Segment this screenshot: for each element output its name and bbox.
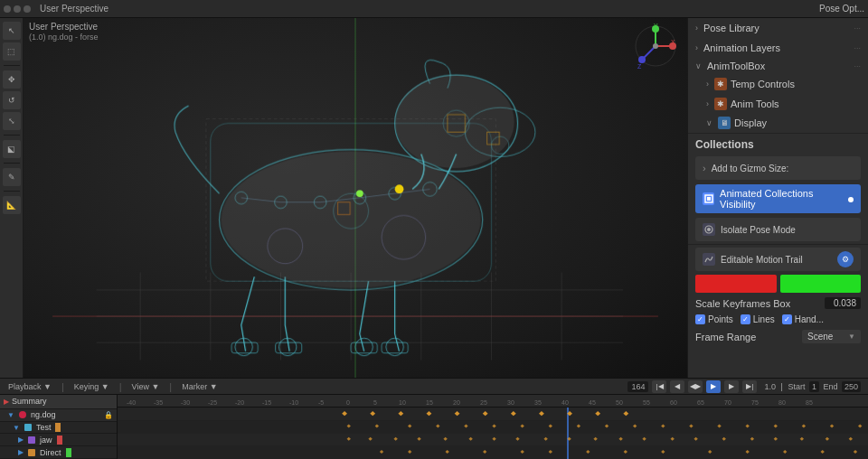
- jaw-color-bar: [57, 436, 62, 445]
- anim-toolbox-header[interactable]: ∨ AnimToolBox ···: [688, 58, 868, 74]
- direct-color-bar: [66, 448, 71, 457]
- anim-tools-icon: ✱: [714, 98, 727, 110]
- marker-menu[interactable]: Marker ▼: [179, 381, 220, 392]
- ruler-mark-35: 35: [524, 399, 552, 406]
- jump-end-btn[interactable]: ▶|: [742, 380, 757, 393]
- dot-2: [14, 5, 21, 13]
- content-area: ↖ ⬚ ✥ ↺ ⤡ ⬕ ✎ 📐 User Perspective (1.0) n…: [0, 18, 868, 378]
- svg-point-10: [653, 43, 658, 49]
- add-gizmo-row[interactable]: › Add to Gizmo Size:: [695, 156, 861, 180]
- toolbar-cursor-btn[interactable]: ↖: [3, 22, 21, 40]
- test-track[interactable]: ▼ Test: [0, 422, 117, 435]
- step-forward-btn[interactable]: ▶: [724, 380, 739, 393]
- scale-keyframes-value[interactable]: 0.038: [825, 297, 861, 309]
- ngdog-track[interactable]: ▼ ng.dog 🔒: [0, 409, 117, 422]
- ngdog-dot: [19, 411, 26, 418]
- view-menu[interactable]: View ▼: [129, 381, 163, 392]
- keying-menu[interactable]: Keying ▼: [71, 381, 112, 392]
- trail-settings-icon[interactable]: ⚙: [837, 251, 854, 267]
- lines-label: Lines: [753, 314, 775, 324]
- anim-tools-item[interactable]: › ✱ Anim Tools: [688, 94, 868, 114]
- main-container: User Perspective Pose Opt... ↖ ⬚ ✥ ↺ ⤡ ⬕…: [0, 0, 868, 459]
- nav-gizmo[interactable]: X Y Z: [633, 23, 678, 69]
- temp-controls-item[interactable]: › ✱ Temp Controls: [688, 74, 868, 94]
- lines-cb-box: ✓: [741, 314, 750, 324]
- ruler-mark-neg30: -30: [172, 399, 199, 406]
- playback-controls: 164 |◀ ◀ ◀▶ ▶ ▶ ▶| 1.0 | Start 1 End 250: [627, 380, 863, 393]
- motion-trail-icon: [703, 253, 715, 266]
- svg-point-57: [356, 190, 363, 197]
- play-btn[interactable]: ▶: [706, 380, 721, 393]
- toolbar-move-btn[interactable]: ✥: [3, 70, 21, 89]
- svg-rect-63: [118, 407, 868, 420]
- jump-start-btn[interactable]: |◀: [652, 380, 666, 393]
- motion-trail-row[interactable]: Editable Motion Trail ⚙: [695, 248, 861, 271]
- points-cb-box: ✓: [695, 314, 705, 324]
- jaw-label: jaw: [40, 436, 52, 445]
- animated-collections-btn[interactable]: Animated Collections Visibility: [695, 184, 861, 213]
- scale-keyframes-label: Scale Keyframes Box: [695, 298, 790, 309]
- step-back-btn[interactable]: ◀: [670, 380, 684, 393]
- pose-library-label: Pose Library: [703, 23, 760, 33]
- toolbar-select-btn[interactable]: ⬚: [3, 42, 21, 61]
- svg-point-62: [707, 228, 711, 231]
- animation-layers-dots: ···: [854, 43, 861, 52]
- points-label: Points: [708, 314, 733, 324]
- scene-svg: [24, 18, 687, 378]
- frame-range-dropdown[interactable]: Scene ▼: [802, 330, 861, 343]
- svg-rect-64: [118, 420, 868, 433]
- toolbar-rotate-btn[interactable]: ↺: [3, 91, 21, 109]
- svg-point-55: [395, 75, 514, 168]
- direct-label: Direct: [40, 448, 61, 457]
- jaw-track[interactable]: ▶ jaw: [0, 434, 117, 446]
- ruler-mark-neg10: -10: [280, 399, 307, 406]
- play-back-btn[interactable]: ◀▶: [688, 380, 703, 393]
- ruler-mark-50: 50: [606, 399, 633, 406]
- points-checkbox[interactable]: ✓ Points: [695, 314, 733, 324]
- isolate-icon: [703, 223, 715, 236]
- end-label: End: [823, 382, 837, 391]
- toolbar-measure-btn[interactable]: 📐: [3, 196, 21, 214]
- end-frame[interactable]: 250: [842, 381, 861, 392]
- panel-divider-1: [688, 133, 868, 134]
- timeline-tracks-area[interactable]: -40 -35 -30 -25 -20 -15 -10 -5 0 5 10 15…: [118, 395, 868, 459]
- frame-range-value: Scene: [807, 332, 833, 342]
- animation-layers-item[interactable]: › Animation Layers ···: [688, 38, 868, 58]
- ruler-mark-neg20: -20: [226, 399, 253, 406]
- color-swatch-red[interactable]: [695, 275, 777, 293]
- direct-track[interactable]: ▶ Direct: [0, 446, 117, 459]
- pose-library-item[interactable]: › Pose Library ···: [688, 18, 868, 38]
- toolbar-annotate-btn[interactable]: ✎: [3, 168, 21, 186]
- start-frame[interactable]: 1: [809, 381, 819, 392]
- lines-checkbox[interactable]: ✓ Lines: [741, 314, 775, 324]
- dropdown-arrow-icon: ▼: [848, 333, 855, 341]
- viewport-label: User Perspective: [29, 22, 98, 32]
- isolate-pose-btn[interactable]: Isolate Pose Mode: [695, 218, 861, 241]
- add-gizmo-label: Add to Gizmo Size:: [712, 164, 789, 173]
- window-title: User Perspective: [40, 4, 108, 14]
- anim-tools-arrow: ›: [706, 99, 709, 108]
- toolbar-transform-btn[interactable]: ⬕: [3, 140, 21, 158]
- ngdog-label: ng.dog: [31, 410, 56, 419]
- display-header[interactable]: ∨ 🖥 Display: [688, 114, 868, 132]
- svg-rect-60: [707, 197, 711, 201]
- svg-point-8: [638, 56, 646, 63]
- test-label: Test: [36, 423, 52, 432]
- keyframes-svg: [118, 407, 868, 459]
- temp-controls-arrow: ›: [706, 80, 709, 89]
- pose-library-arrow: ›: [695, 23, 698, 33]
- current-frame[interactable]: 164: [627, 381, 648, 392]
- toolbar-scale-btn[interactable]: ⤡: [3, 112, 21, 130]
- toolbar-divider-1: [4, 65, 20, 66]
- svg-text:Z: Z: [637, 63, 642, 69]
- direct-icon: [28, 449, 35, 456]
- summary-header[interactable]: ▶ Summary: [0, 395, 117, 409]
- window-controls: [4, 5, 31, 13]
- gizmo-arrow-icon: ›: [703, 163, 706, 173]
- hand-checkbox[interactable]: ✓ Hand...: [782, 314, 824, 324]
- playback-menu[interactable]: Playback ▼: [5, 381, 54, 392]
- color-swatch-green[interactable]: [780, 275, 862, 293]
- display-label: Display: [734, 117, 767, 128]
- pose-options-label: Pose Opt...: [819, 4, 864, 14]
- viewport[interactable]: User Perspective (1.0) ng.dog - forse X …: [24, 18, 687, 378]
